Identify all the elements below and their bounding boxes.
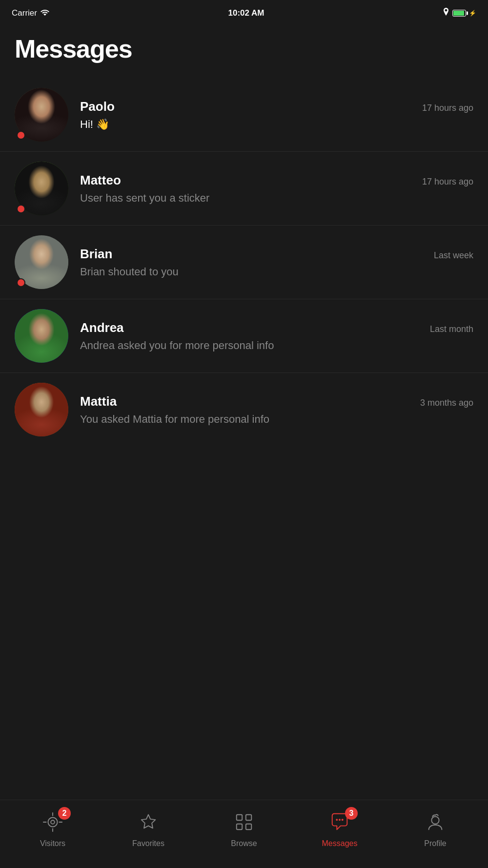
message-preview-andrea: Andrea asked you for more personal info xyxy=(80,339,473,352)
svg-rect-9 xyxy=(246,824,251,829)
message-list: Paolo 17 hours ago Hi! 👋 Matteo 17 hours… xyxy=(0,78,488,446)
message-content-paolo: Paolo 17 hours ago Hi! 👋 xyxy=(80,99,473,131)
message-preview-mattia: You asked Mattia for more personal info xyxy=(80,413,473,426)
carrier-info: Carrier xyxy=(12,8,50,18)
nav-icon-container-messages: 3 xyxy=(327,811,352,835)
message-name-mattia: Mattia xyxy=(80,394,117,409)
message-content-brian: Brian Last week Brian shouted to you xyxy=(80,247,473,278)
browse-icon xyxy=(234,812,254,834)
message-time-matteo: 17 hours ago xyxy=(422,177,473,187)
nav-item-favorites[interactable]: Favorites xyxy=(119,811,178,848)
avatar-container-paolo xyxy=(15,88,68,142)
svg-point-11 xyxy=(339,819,341,821)
message-time-brian: Last week xyxy=(434,250,473,261)
nav-label-visitors: Visitors xyxy=(40,839,65,848)
svg-rect-6 xyxy=(237,814,242,820)
message-preview-matteo: User has sent you a sticker xyxy=(80,192,473,205)
svg-point-1 xyxy=(51,820,55,824)
nav-label-profile: Profile xyxy=(424,839,446,848)
message-item-brian[interactable]: Brian Last week Brian shouted to you xyxy=(0,226,488,299)
nav-icon-container-visitors: 2 xyxy=(41,811,65,835)
message-item-matteo[interactable]: Matteo 17 hours ago User has sent you a … xyxy=(0,152,488,226)
status-time: 10:02 AM xyxy=(228,8,264,18)
message-item-andrea[interactable]: Andrea Last month Andrea asked you for m… xyxy=(0,299,488,373)
bottom-nav: 2 Visitors Favorites Browse 3 Messages xyxy=(0,800,488,868)
nav-badge-visitors: 2 xyxy=(58,807,71,820)
message-name-paolo: Paolo xyxy=(80,99,115,114)
message-name-brian: Brian xyxy=(80,247,112,262)
nav-label-browse: Browse xyxy=(231,839,257,848)
nav-icon-container-profile xyxy=(423,811,447,835)
message-time-mattia: 3 months ago xyxy=(420,398,473,408)
nav-item-visitors[interactable]: 2 Visitors xyxy=(23,811,82,848)
message-header-matteo: Matteo 17 hours ago xyxy=(80,173,473,188)
avatar-container-andrea xyxy=(15,309,68,363)
nav-label-favorites: Favorites xyxy=(132,839,164,848)
svg-point-0 xyxy=(48,817,57,827)
message-time-paolo: 17 hours ago xyxy=(422,103,473,113)
nav-item-messages[interactable]: 3 Messages xyxy=(310,811,369,848)
message-content-matteo: Matteo 17 hours ago User has sent you a … xyxy=(80,173,473,205)
message-header-paolo: Paolo 17 hours ago xyxy=(80,99,473,114)
message-header-brian: Brian Last week xyxy=(80,247,473,262)
avatar-container-mattia xyxy=(15,383,68,436)
profile-icon xyxy=(425,812,446,834)
message-item-paolo[interactable]: Paolo 17 hours ago Hi! 👋 xyxy=(0,78,488,152)
location-icon xyxy=(443,8,449,19)
message-preview-brian: Brian shouted to you xyxy=(80,266,473,278)
charging-icon: ⚡ xyxy=(469,10,476,17)
message-time-andrea: Last month xyxy=(430,324,473,334)
svg-rect-8 xyxy=(237,824,242,829)
message-name-andrea: Andrea xyxy=(80,320,124,335)
nav-item-profile[interactable]: Profile xyxy=(406,811,465,848)
svg-point-13 xyxy=(431,816,439,824)
message-header-andrea: Andrea Last month xyxy=(80,320,473,335)
message-name-matteo: Matteo xyxy=(80,173,121,188)
message-content-andrea: Andrea Last month Andrea asked you for m… xyxy=(80,320,473,352)
nav-badge-messages: 3 xyxy=(345,807,358,820)
nav-item-browse[interactable]: Browse xyxy=(215,811,273,848)
avatar-container-matteo xyxy=(15,162,68,215)
svg-point-12 xyxy=(342,819,344,821)
message-content-mattia: Mattia 3 months ago You asked Mattia for… xyxy=(80,394,473,426)
online-indicator-brian xyxy=(17,278,25,287)
nav-icon-container-browse xyxy=(232,811,256,835)
svg-rect-7 xyxy=(246,814,251,820)
svg-point-10 xyxy=(336,819,338,821)
nav-icon-container-favorites xyxy=(136,811,161,835)
wifi-icon xyxy=(40,8,50,18)
message-header-mattia: Mattia 3 months ago xyxy=(80,394,473,409)
avatar-andrea xyxy=(15,309,68,363)
online-indicator-paolo xyxy=(17,131,25,140)
message-preview-paolo: Hi! 👋 xyxy=(80,118,473,131)
nav-label-messages: Messages xyxy=(322,839,358,848)
avatar-container-brian xyxy=(15,235,68,289)
favorites-icon xyxy=(138,812,159,834)
page-title: Messages xyxy=(0,24,488,78)
battery-indicator xyxy=(452,10,466,17)
carrier-text: Carrier xyxy=(12,8,37,18)
avatar-mattia xyxy=(15,383,68,436)
message-item-mattia[interactable]: Mattia 3 months ago You asked Mattia for… xyxy=(0,373,488,446)
online-indicator-matteo xyxy=(17,205,25,213)
status-right-icons: ⚡ xyxy=(443,8,476,19)
status-bar: Carrier 10:02 AM ⚡ xyxy=(0,0,488,24)
